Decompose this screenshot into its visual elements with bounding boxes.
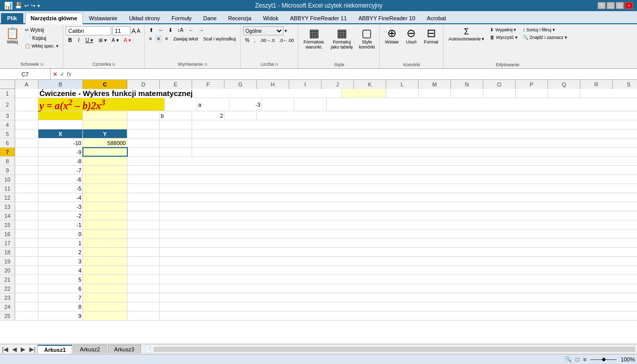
- cell-a22[interactable]: [15, 284, 38, 293]
- cell-d7[interactable]: [127, 148, 160, 156]
- col-header-c[interactable]: C: [83, 80, 127, 89]
- cell-c6[interactable]: 588000: [83, 139, 127, 147]
- tab-abbyy10[interactable]: ABBYY FineReader 10: [353, 13, 421, 23]
- cell-d13[interactable]: [127, 202, 160, 211]
- row-num-24[interactable]: 24: [0, 302, 15, 311]
- cell-d1[interactable]: [386, 89, 419, 98]
- cell-b6[interactable]: -10: [38, 139, 83, 147]
- cell-a15[interactable]: [15, 220, 38, 229]
- tab-recenzja[interactable]: Recenzja: [222, 13, 257, 23]
- underline-button[interactable]: U ▾: [83, 37, 96, 43]
- cell-c8[interactable]: [83, 157, 127, 165]
- cell-b21[interactable]: 5: [38, 275, 83, 284]
- cell-b23[interactable]: 7: [38, 293, 83, 302]
- cell-c11[interactable]: [83, 184, 127, 193]
- cell-b12[interactable]: -4: [38, 193, 83, 202]
- minimize-btn[interactable]: _: [607, 2, 615, 9]
- font-grow-btn[interactable]: A: [131, 27, 136, 35]
- tab-formuly[interactable]: Formuły: [166, 13, 197, 23]
- font-color-btn[interactable]: A ▾: [122, 36, 133, 44]
- font-shrink-btn[interactable]: A: [137, 28, 141, 34]
- name-box[interactable]: [0, 69, 51, 79]
- sheet-nav-prev[interactable]: ◀: [10, 346, 19, 353]
- font-name-input[interactable]: [66, 26, 111, 35]
- cell-e3[interactable]: b: [160, 111, 192, 120]
- cell-f3[interactable]: 2: [192, 111, 224, 120]
- sheet-nav-next[interactable]: ▶: [19, 346, 27, 353]
- row-num-15[interactable]: 15: [0, 220, 15, 229]
- redo-btn[interactable]: ↪: [31, 3, 35, 9]
- decrease-decimal-btn[interactable]: .0←.00: [277, 37, 296, 44]
- cell-d20[interactable]: [127, 266, 160, 275]
- cell-c9[interactable]: [83, 166, 127, 174]
- number-format-select[interactable]: Ogólne: [243, 26, 284, 35]
- quick-save[interactable]: 💾: [15, 2, 22, 9]
- cell-b25[interactable]: 9: [38, 311, 83, 320]
- col-header-n[interactable]: N: [451, 80, 483, 89]
- row-num-6[interactable]: 6: [0, 139, 15, 147]
- cell-d10[interactable]: [127, 175, 160, 184]
- cell-b9[interactable]: -7: [38, 166, 83, 174]
- cell-g2[interactable]: [262, 98, 294, 111]
- cell-b22[interactable]: 6: [38, 284, 83, 293]
- row-num-11[interactable]: 11: [0, 184, 15, 193]
- cell-a18[interactable]: [15, 248, 38, 256]
- col-header-a[interactable]: A: [15, 80, 38, 89]
- cell-d18[interactable]: [127, 248, 160, 256]
- cell-c16[interactable]: [83, 230, 127, 238]
- cell-b4[interactable]: [38, 120, 83, 129]
- cell-d21[interactable]: [127, 275, 160, 284]
- cell-a11[interactable]: [15, 184, 38, 193]
- row-num-18[interactable]: 18: [0, 248, 15, 256]
- row-num-12[interactable]: 12: [0, 193, 15, 202]
- cancel-formula-icon[interactable]: ✕: [53, 71, 58, 78]
- cell-c23[interactable]: [83, 293, 127, 302]
- align-center-btn[interactable]: ≡: [155, 35, 162, 42]
- col-header-p[interactable]: P: [516, 80, 548, 89]
- text-direction-btn[interactable]: ↕A: [175, 26, 186, 34]
- row-num-20[interactable]: 20: [0, 266, 15, 275]
- cell-b17[interactable]: 1: [38, 239, 83, 247]
- sort-filter-button[interactable]: ↕ Sortuj i filtruj ▾: [521, 26, 569, 33]
- row-num-3[interactable]: 3: [0, 111, 15, 120]
- row-num-23[interactable]: 23: [0, 293, 15, 302]
- cell-b18[interactable]: 2: [38, 248, 83, 256]
- cell-e2[interactable]: a: [197, 98, 230, 111]
- autosum-button[interactable]: Σ Autosumowanie ▾: [446, 26, 487, 43]
- indent-decrease-btn[interactable]: ←: [187, 26, 196, 34]
- tab-wstawianie[interactable]: Wstawianie: [83, 13, 123, 23]
- sheet-nav-first[interactable]: |◀: [0, 346, 10, 353]
- cell-e1[interactable]: [419, 89, 451, 98]
- cell-a14[interactable]: [15, 211, 38, 220]
- cell-b14[interactable]: -2: [38, 211, 83, 220]
- cell-b2-formula[interactable]: y = a(x2 – b)2x3: [38, 98, 165, 111]
- maximize-btn[interactable]: □: [616, 2, 624, 9]
- cell-a21[interactable]: [15, 275, 38, 284]
- cell-styles-button[interactable]: ▢ Stylekomórki: [356, 26, 378, 51]
- cell-c25[interactable]: [83, 311, 127, 320]
- paste-button[interactable]: 📋 Wklej: [3, 26, 22, 46]
- cell-a10[interactable]: [15, 175, 38, 184]
- tab-narzedzia[interactable]: Narzędzia główne: [25, 13, 83, 24]
- cell-d23[interactable]: [127, 293, 160, 302]
- cell-a8[interactable]: [15, 157, 38, 165]
- quick-access-more[interactable]: ▾: [37, 3, 40, 9]
- row-num-5[interactable]: 5: [0, 129, 15, 138]
- tab-abbyy11[interactable]: ABBYY FineReader 11: [285, 13, 352, 23]
- row-num-25[interactable]: 25: [0, 311, 15, 320]
- cell-c14[interactable]: [83, 211, 127, 220]
- page-break-btn[interactable]: ≡: [583, 356, 586, 362]
- wrap-text-btn[interactable]: Zawijaj tekst: [171, 35, 201, 42]
- cell-f1[interactable]: [451, 89, 483, 98]
- cell-d19[interactable]: [127, 257, 160, 265]
- cell-a1[interactable]: [15, 89, 38, 98]
- cell-c1[interactable]: [342, 89, 386, 98]
- cell-b15[interactable]: -1: [38, 220, 83, 229]
- col-header-h[interactable]: H: [257, 80, 289, 89]
- cell-b13[interactable]: -3: [38, 202, 83, 211]
- cell-d8[interactable]: [127, 157, 160, 165]
- sheet-nav-last[interactable]: ▶|: [27, 346, 37, 353]
- format-button[interactable]: ⊟ Format: [421, 26, 441, 46]
- confirm-formula-icon[interactable]: ✓: [60, 71, 65, 78]
- cell-a19[interactable]: [15, 257, 38, 265]
